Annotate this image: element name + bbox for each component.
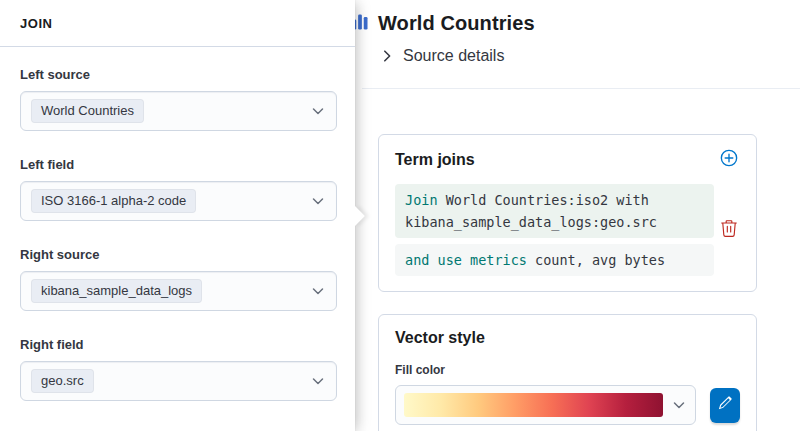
pencil-icon [718,396,732,414]
chevron-down-icon [671,397,687,413]
left-field-combobox[interactable]: ISO 3166-1 alpha-2 code [20,181,337,221]
header-divider [362,88,800,89]
metrics-keyword: and use metrics [405,252,527,268]
right-source-combobox[interactable]: kibana_sample_data_logs [20,271,337,311]
add-join-button[interactable] [718,149,740,171]
layer-title: World Countries [378,12,535,35]
right-field-row: Right field geo.src [20,337,337,401]
join-expression-group: Join World Countries:iso2 with kibana_sa… [395,184,740,276]
left-field-label: Left field [20,157,337,173]
metrics-expression-button[interactable]: and use metrics count, avg bytes [395,244,714,276]
trash-icon [720,219,738,241]
metrics-expression-text: count, avg bytes [527,252,665,268]
source-details-toggle[interactable]: Source details [380,47,504,65]
right-field-value-pill: geo.src [31,369,94,393]
join-expression-text: World Countries:iso2 with kibana_sample_… [405,192,657,230]
left-source-label: Left source [20,67,337,83]
join-popover: JOIN Left source World Countries Left fi… [0,0,355,431]
right-field-label: Right field [20,337,337,353]
source-details-label: Source details [403,47,504,65]
term-joins-card: Term joins Join World Countries:iso2 wit… [378,134,757,292]
vector-style-title: Vector style [395,329,740,347]
left-source-value-pill: World Countries [31,99,144,123]
left-source-combobox[interactable]: World Countries [20,91,337,131]
right-source-label: Right source [20,247,337,263]
chevron-down-icon [310,193,326,209]
chevron-down-icon [310,373,326,389]
term-joins-title: Term joins [395,151,475,169]
right-source-row: Right source kibana_sample_data_logs [20,247,337,311]
fill-color-select[interactable] [395,385,696,425]
color-ramp-swatch [404,393,663,417]
left-source-row: Left source World Countries [20,67,337,131]
right-source-value-pill: kibana_sample_data_logs [31,279,202,303]
chevron-right-icon [380,49,394,63]
chevron-down-icon [310,283,326,299]
join-keyword: Join [405,192,438,208]
left-field-value-pill: ISO 3166-1 alpha-2 code [31,189,196,213]
delete-join-button[interactable] [718,219,740,241]
vector-style-card: Vector style Fill color [378,314,757,431]
right-field-combobox[interactable]: geo.src [20,361,337,401]
fill-color-label: Fill color [395,363,740,377]
chevron-down-icon [310,103,326,119]
join-expression-button[interactable]: Join World Countries:iso2 with kibana_sa… [395,184,714,238]
left-field-row: Left field ISO 3166-1 alpha-2 code [20,157,337,221]
join-popover-title: JOIN [0,0,355,47]
edit-fill-color-button[interactable] [710,388,740,423]
plus-in-circle-icon [720,149,738,171]
kibana-maps-layer-settings: World Countries Source details Term join… [0,0,800,431]
